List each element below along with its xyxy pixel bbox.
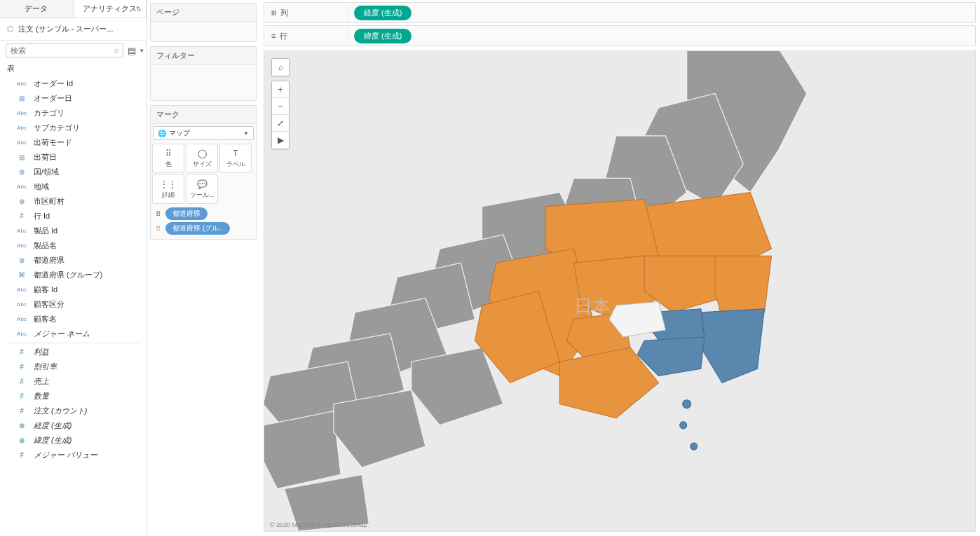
Abc-icon: Abc bbox=[15, 125, 28, 131]
field-label: 利益 bbox=[34, 347, 49, 357]
field-label: 緯度 (生成) bbox=[34, 435, 72, 446]
field-list: Abcオーダー Id⊞オーダー日AbcカテゴリAbcサブカテゴリAbc出荷モード… bbox=[0, 76, 147, 536]
label-icon: T bbox=[233, 149, 238, 158]
tooltip-icon: 💬 bbox=[197, 179, 207, 189]
field-item[interactable]: ⊕国/領域 bbox=[0, 165, 147, 179]
rows-pill[interactable]: 緯度 (生成) bbox=[354, 29, 411, 43]
rows-label: 行 bbox=[280, 31, 287, 41]
field-item[interactable]: ⊕都道府県 bbox=[0, 253, 147, 268]
cards-column: ページ フィルター マーク 🌐 マップ ▼ ⠿ 色 bbox=[147, 0, 259, 536]
map-icon: 🌐 bbox=[158, 130, 166, 137]
field-item[interactable]: ⌘都道府県 (グループ) bbox=[0, 268, 147, 282]
field-label: 製品 Id bbox=[34, 226, 57, 236]
marks-size-button[interactable]: ◯ サイズ bbox=[186, 144, 218, 173]
datasource-selector[interactable]: ⬡ 注文 (サンプル - スーパー... bbox=[0, 18, 147, 41]
tab-analytics[interactable]: アナリティクス ⇅ bbox=[74, 0, 147, 18]
hash-icon: # bbox=[15, 348, 28, 356]
view-toggle-icon[interactable]: ▤ bbox=[128, 46, 136, 56]
field-label: 行 Id bbox=[34, 211, 50, 221]
globe-icon: ⊕ bbox=[15, 198, 28, 205]
field-item[interactable]: #売上 bbox=[0, 374, 147, 389]
marks-detail-button[interactable]: ⋮⋮ 詳細 bbox=[152, 174, 184, 204]
field-item[interactable]: #メジャー バリュー bbox=[0, 448, 147, 462]
globe-icon: ⊕ bbox=[15, 437, 28, 444]
filters-shelf[interactable] bbox=[151, 65, 256, 100]
field-label: メジャー ネーム bbox=[34, 329, 90, 339]
detail-icon: ⋮⋮ bbox=[160, 179, 177, 189]
marks-tooltip-button[interactable]: 💬 ツール... bbox=[186, 174, 218, 204]
field-item[interactable]: Abc製品名 bbox=[0, 238, 147, 253]
field-item[interactable]: Abcサブカテゴリ bbox=[0, 121, 147, 135]
field-label: 注文 (カウント) bbox=[34, 406, 87, 416]
color-pill[interactable]: 都道府県 (グル.. bbox=[165, 222, 230, 235]
marks-card: マーク 🌐 マップ ▼ ⠿ 色 ◯ サイズ T bbox=[150, 105, 257, 240]
globe-icon: ⊕ bbox=[15, 256, 28, 264]
map-tools-button[interactable]: ▶ bbox=[272, 132, 289, 149]
Abc-icon: Abc bbox=[15, 316, 28, 322]
field-label: 市区町村 bbox=[34, 196, 64, 207]
size-icon: ◯ bbox=[198, 149, 207, 158]
field-item[interactable]: #利益 bbox=[0, 345, 147, 359]
detail-pill[interactable]: 都道府県 bbox=[165, 207, 207, 220]
globe-icon: ⊕ bbox=[15, 168, 28, 176]
pages-shelf[interactable] bbox=[151, 22, 256, 41]
field-item[interactable]: Abc顧客名 bbox=[0, 312, 147, 327]
map-viz[interactable]: ⌕ + − ⤢ ▶ © 2020 Mapbox © OpenStreetMap bbox=[264, 50, 976, 532]
field-item[interactable]: Abcメジャー ネーム bbox=[0, 327, 147, 341]
search-input[interactable] bbox=[6, 43, 123, 57]
field-label: 顧客区分 bbox=[34, 299, 64, 310]
field-label: メジャー バリュー bbox=[34, 450, 97, 460]
map-country-label: 日本 bbox=[574, 296, 611, 317]
map-search-button[interactable]: ⌕ bbox=[272, 59, 289, 76]
field-item[interactable]: Abc出荷モード bbox=[0, 135, 147, 150]
map-zoom-in-button[interactable]: + bbox=[272, 81, 289, 98]
field-item[interactable]: ⊞オーダー日 bbox=[0, 91, 147, 106]
tab-sort-icon: ⇅ bbox=[136, 6, 142, 13]
hash-icon: # bbox=[15, 451, 28, 459]
field-item[interactable]: Abc顧客 Id bbox=[0, 282, 147, 297]
Abc-icon: Abc bbox=[15, 110, 28, 116]
tab-data[interactable]: データ bbox=[0, 0, 74, 18]
map-zoom-home-button[interactable]: ⤢ bbox=[272, 115, 289, 132]
marks-detail-label: 詳細 bbox=[162, 191, 175, 200]
Abc-icon: Abc bbox=[15, 301, 28, 308]
field-item[interactable]: Abc地域 bbox=[0, 179, 147, 194]
field-item[interactable]: Abcオーダー Id bbox=[0, 76, 147, 91]
field-item[interactable]: ⊕緯度 (生成) bbox=[0, 433, 147, 448]
svg-point-2 bbox=[680, 422, 687, 429]
marks-color-button[interactable]: ⠿ 色 bbox=[152, 144, 184, 173]
rows-shelf[interactable]: ≡ 行 緯度 (生成) bbox=[264, 25, 976, 46]
field-item[interactable]: Abc製品 Id bbox=[0, 224, 147, 238]
Abc-icon: Abc bbox=[15, 331, 28, 337]
mark-type-dropdown[interactable]: 🌐 マップ ▼ bbox=[153, 126, 254, 140]
field-item[interactable]: #行 Id bbox=[0, 209, 147, 224]
minus-icon: − bbox=[278, 102, 283, 111]
date-icon: ⊞ bbox=[15, 95, 28, 102]
svg-point-1 bbox=[683, 400, 691, 408]
field-menu-dropdown[interactable]: ▾ bbox=[140, 47, 144, 54]
pin-icon: ⤢ bbox=[277, 118, 284, 128]
field-label: 顧客名 bbox=[34, 314, 57, 324]
field-item[interactable]: ⊞出荷日 bbox=[0, 150, 147, 165]
field-item[interactable]: Abc顧客区分 bbox=[0, 297, 147, 312]
globe-icon: ⊕ bbox=[15, 422, 28, 430]
field-item[interactable]: ⊕市区町村 bbox=[0, 194, 147, 209]
columns-shelf[interactable]: iii 列 経度 (生成) bbox=[264, 2, 976, 23]
field-item[interactable]: #注文 (カウント) bbox=[0, 404, 147, 418]
marks-label-button[interactable]: T ラベル bbox=[219, 144, 252, 173]
field-item[interactable]: #数量 bbox=[0, 389, 147, 404]
field-item[interactable]: #割引率 bbox=[0, 359, 147, 374]
field-label: 都道府県 (グループ) bbox=[34, 270, 102, 280]
field-item[interactable]: ⊕経度 (生成) bbox=[0, 418, 147, 433]
field-label: 顧客 Id bbox=[34, 284, 57, 295]
hash-icon: # bbox=[15, 212, 28, 220]
columns-label: 列 bbox=[280, 8, 288, 18]
field-label: 出荷モード bbox=[34, 137, 72, 148]
svg-point-3 bbox=[690, 443, 697, 450]
columns-pill[interactable]: 経度 (生成) bbox=[354, 6, 411, 20]
hash-icon: # bbox=[15, 378, 28, 385]
marks-title: マーク bbox=[151, 106, 256, 124]
field-item[interactable]: Abcカテゴリ bbox=[0, 106, 147, 121]
map-zoom-out-button[interactable]: − bbox=[272, 98, 289, 115]
map-attribution: © 2020 Mapbox © OpenStreetMap bbox=[270, 521, 367, 528]
